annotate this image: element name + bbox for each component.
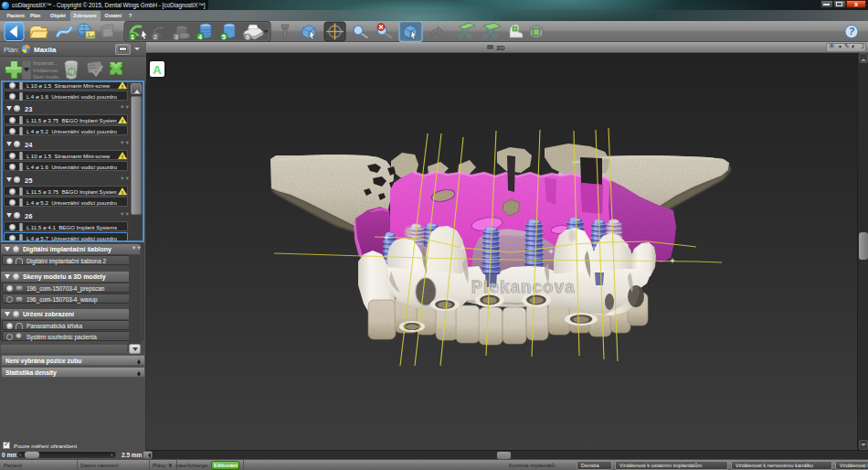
svg-text:Implantát...: Implantát... <box>33 60 58 66</box>
svg-text:1: 1 <box>131 34 134 40</box>
svg-text:Plekancova: Plekancova <box>471 278 575 296</box>
svg-text::: : <box>58 61 59 67</box>
svg-text:4: 4 <box>198 34 202 40</box>
svg-text:3: 3 <box>175 34 178 40</box>
svg-text:5: 5 <box>222 34 226 40</box>
svg-text:2: 2 <box>153 34 157 40</box>
svg-text:6: 6 <box>246 34 249 40</box>
svg-text:Vzdálenost: Vzdálenost <box>33 68 58 73</box>
svg-text::: : <box>58 69 59 74</box>
svg-text:?: ? <box>849 27 854 37</box>
